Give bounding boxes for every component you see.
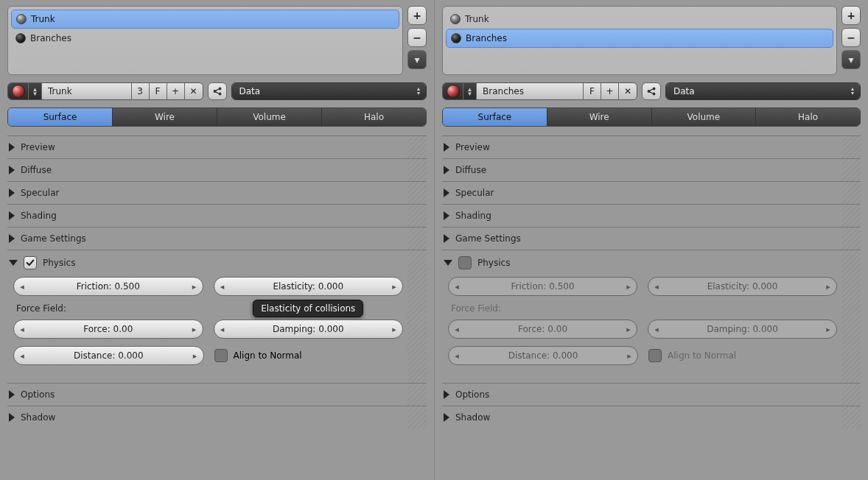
material-preview-icon: [450, 14, 461, 24]
tab-wire[interactable]: Wire: [547, 108, 652, 126]
slot-specials-button[interactable]: ▾: [407, 50, 427, 69]
align-to-normal-checkbox[interactable]: [214, 349, 228, 362]
elasticity-field[interactable]: ◂Elasticity: 0.000▸ Elasticity of collis…: [214, 277, 404, 296]
panel-specular-header[interactable]: Specular: [9, 188, 425, 198]
disclosure-icon: [9, 166, 15, 174]
distance-field[interactable]: ◂Distance: 0.000▸: [13, 346, 204, 365]
elasticity-field[interactable]: ◂Elasticity: 0.000▸: [648, 277, 837, 296]
panel-options-header[interactable]: Options: [9, 389, 425, 400]
unlink-material-button[interactable]: ✕: [185, 83, 203, 99]
panel-diffuse-header[interactable]: Diffuse: [444, 165, 859, 175]
panel-options-header[interactable]: Options: [444, 389, 859, 400]
panel-shadow-header[interactable]: Shadow: [9, 412, 425, 423]
browse-material-button[interactable]: ▴▾: [29, 83, 42, 99]
slot-specials-button[interactable]: ▾: [841, 50, 861, 69]
add-slot-button[interactable]: +: [407, 6, 427, 25]
new-material-button[interactable]: +: [601, 83, 619, 99]
panel-preview-header[interactable]: Preview: [9, 142, 425, 152]
material-slot-list[interactable]: Trunk Branches: [7, 6, 403, 75]
disclosure-icon: [444, 188, 449, 197]
disclosure-icon: [444, 390, 449, 399]
disclosure-icon: [9, 413, 15, 422]
align-to-normal-label: Align to Normal: [668, 350, 736, 361]
material-link-dropdown[interactable]: Data ▴▾: [665, 82, 861, 100]
force-field[interactable]: ◂Force: 0.00▸: [13, 320, 203, 339]
material-slot-trunk[interactable]: Trunk: [11, 10, 399, 29]
panel-game-settings-header[interactable]: Game Settings: [444, 233, 859, 244]
material-users-count[interactable]: 3: [132, 83, 150, 99]
svg-point-4: [653, 88, 656, 91]
svg-point-1: [218, 88, 221, 91]
material-slot-label: Trunk: [31, 14, 55, 24]
disclosure-icon: [444, 211, 449, 220]
force-field[interactable]: ◂Force: 0.00▸: [448, 320, 637, 339]
nodes-icon: [646, 86, 657, 96]
material-datablock-icon[interactable]: [8, 83, 29, 99]
physics-enable-checkbox[interactable]: [458, 256, 472, 269]
remove-slot-button[interactable]: −: [407, 28, 427, 47]
tab-volume[interactable]: Volume: [652, 108, 757, 126]
tab-halo[interactable]: Halo: [322, 108, 426, 126]
material-preview-icon: [451, 33, 461, 43]
new-material-button[interactable]: +: [167, 83, 185, 99]
tab-surface[interactable]: Surface: [443, 108, 547, 126]
tab-volume[interactable]: Volume: [217, 108, 322, 126]
panel-physics: Physics ◂Friction: 0.500▸ ◂Elasticity: 0…: [7, 250, 427, 383]
panel-shading-header[interactable]: Shading: [9, 211, 425, 221]
node-material-toggle[interactable]: [642, 82, 661, 100]
distance-field[interactable]: ◂Distance: 0.000▸: [448, 346, 638, 365]
panel-shading-header[interactable]: Shading: [444, 211, 859, 221]
material-datablock-icon[interactable]: [443, 83, 463, 99]
panel-specular-header[interactable]: Specular: [444, 188, 859, 198]
tab-surface[interactable]: Surface: [8, 108, 113, 126]
material-panel-left: Trunk Branches + − ▾ ▴▾ Trunk 3 F + ✕ Da…: [0, 0, 434, 480]
physics-enable-checkbox[interactable]: [24, 256, 37, 269]
align-to-normal-checkbox[interactable]: [648, 349, 662, 362]
fake-user-toggle[interactable]: F: [584, 83, 601, 99]
panel-shadow-header[interactable]: Shadow: [444, 412, 859, 423]
material-slot-branches[interactable]: Branches: [446, 29, 833, 48]
material-slot-list[interactable]: Trunk Branches: [442, 6, 837, 75]
damping-field[interactable]: ◂Damping: 0.000▸: [214, 320, 404, 339]
svg-point-5: [653, 93, 656, 96]
unlink-material-button[interactable]: ✕: [619, 83, 637, 99]
friction-field[interactable]: ◂Friction: 0.500▸: [448, 277, 637, 296]
panel-game-settings-header[interactable]: Game Settings: [9, 233, 425, 244]
browse-material-button[interactable]: ▴▾: [463, 83, 477, 99]
material-slot-branches[interactable]: Branches: [11, 29, 399, 48]
disclosure-icon: [9, 211, 15, 220]
disclosure-icon: [444, 260, 452, 266]
disclosure-icon: [444, 166, 449, 174]
material-slot-label: Trunk: [465, 14, 489, 24]
panel-diffuse-header[interactable]: Diffuse: [9, 165, 425, 175]
material-slot-label: Branches: [466, 33, 507, 43]
material-name-field[interactable]: Branches: [477, 83, 584, 99]
material-slot-label: Branches: [30, 33, 71, 43]
disclosure-icon: [9, 143, 15, 152]
material-type-tabs: Surface Wire Volume Halo: [442, 107, 861, 127]
disclosure-icon: [444, 413, 449, 422]
node-material-toggle[interactable]: [208, 82, 227, 100]
material-panel-right: Trunk Branches + − ▾ ▴▾ Branches F + ✕ D…: [434, 0, 868, 480]
panel-physics: Physics ◂Friction: 0.500▸ ◂Elasticity: 0…: [442, 250, 861, 383]
align-to-normal-label: Align to Normal: [234, 350, 302, 361]
panel-preview-header[interactable]: Preview: [444, 142, 859, 152]
disclosure-icon: [9, 188, 15, 197]
material-link-dropdown[interactable]: Data ▴▾: [231, 82, 427, 100]
tab-wire[interactable]: Wire: [113, 108, 217, 126]
disclosure-icon: [9, 260, 18, 266]
disclosure-icon: [9, 234, 15, 243]
fake-user-toggle[interactable]: F: [150, 83, 167, 99]
material-type-tabs: Surface Wire Volume Halo: [7, 107, 427, 127]
disclosure-icon: [444, 143, 449, 152]
friction-field[interactable]: ◂Friction: 0.500▸: [13, 277, 203, 296]
remove-slot-button[interactable]: −: [841, 28, 861, 47]
panel-physics-header[interactable]: Physics: [444, 256, 859, 269]
material-slot-trunk[interactable]: Trunk: [446, 10, 833, 29]
add-slot-button[interactable]: +: [841, 6, 861, 25]
check-icon: [25, 258, 35, 268]
material-name-field[interactable]: Trunk: [42, 83, 132, 99]
tab-halo[interactable]: Halo: [756, 108, 860, 126]
panel-physics-header[interactable]: Physics: [9, 256, 425, 269]
damping-field[interactable]: ◂Damping: 0.000▸: [648, 320, 837, 339]
